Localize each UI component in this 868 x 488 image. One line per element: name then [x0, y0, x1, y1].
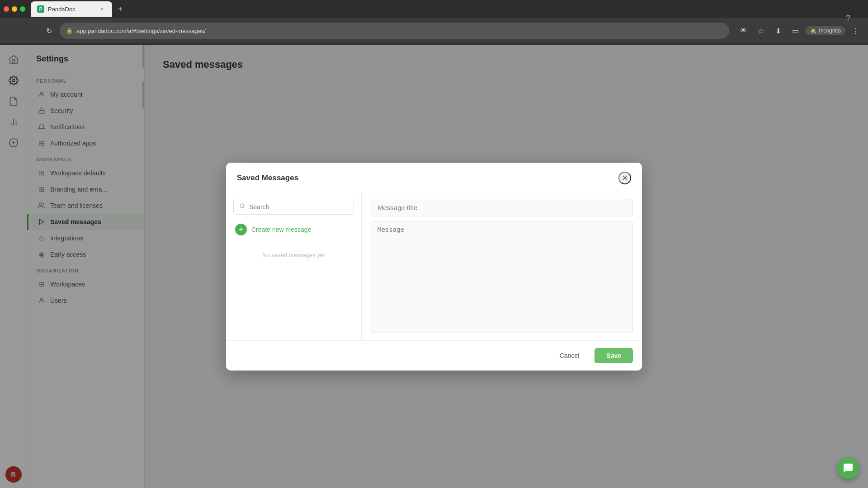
forward-btn[interactable]: →: [24, 23, 38, 38]
dialog-left-panel: + Create new message No saved messages y…: [226, 192, 362, 340]
svg-point-12: [240, 204, 244, 207]
nav-actions: 👁 ☆ ⬇ ▭ 🕵 Incognito ⋮: [736, 23, 863, 38]
browser-tabs: P PandaDoc × +: [0, 0, 868, 18]
svg-line-13: [244, 207, 245, 209]
window-maximize-btn[interactable]: [12, 6, 17, 12]
browser-nav: ← → ↻ 🔒 app.pandadoc.com/a/#/settings/sa…: [0, 18, 868, 43]
create-message-label: Create new message: [251, 226, 311, 233]
message-title-input[interactable]: [371, 199, 633, 216]
saved-messages-dialog: Saved Messages ✕ + Create new message No…: [226, 163, 642, 371]
tab-favicon: P: [37, 5, 44, 13]
chat-widget-btn[interactable]: [837, 457, 859, 479]
dialog-body: + Create new message No saved messages y…: [226, 192, 642, 340]
no-messages-text: No saved messages yet: [233, 244, 354, 266]
incognito-badge: 🕵 Incognito: [805, 26, 845, 35]
help-btn[interactable]: ?: [842, 12, 854, 24]
address-text: app.pandadoc.com/a/#/settings/saved-mess…: [76, 28, 206, 34]
dialog-title: Saved Messages: [237, 174, 298, 183]
refresh-btn[interactable]: ↻: [42, 23, 56, 38]
cancel-button[interactable]: Cancel: [550, 348, 590, 363]
search-icon: [239, 203, 245, 211]
tab-title: PandaDoc: [48, 6, 75, 13]
lock-icon: 🔒: [66, 28, 73, 34]
dialog-right-panel: [362, 192, 642, 340]
create-new-message-btn[interactable]: + Create new message: [233, 220, 354, 239]
search-box: [233, 199, 354, 215]
incognito-icon: 🕵: [810, 28, 816, 34]
download-icon[interactable]: ⬇: [771, 23, 785, 38]
search-input[interactable]: [249, 203, 348, 211]
create-message-plus-icon: +: [235, 224, 247, 235]
message-body-input[interactable]: [371, 221, 633, 333]
star-icon[interactable]: ☆: [754, 23, 768, 38]
more-options-btn[interactable]: ⋮: [848, 23, 863, 38]
window-minimize-btn[interactable]: [4, 6, 9, 12]
window-close-btn[interactable]: [20, 6, 25, 12]
address-bar[interactable]: 🔒 app.pandadoc.com/a/#/settings/saved-me…: [60, 23, 729, 39]
dialog-header: Saved Messages ✕: [226, 163, 642, 192]
back-btn[interactable]: ←: [5, 23, 20, 38]
eye-slash-icon[interactable]: 👁: [736, 23, 751, 38]
active-tab[interactable]: P PandaDoc ×: [31, 1, 112, 17]
tab-close-btn[interactable]: ×: [99, 5, 106, 13]
dialog-close-btn[interactable]: ✕: [618, 172, 631, 184]
save-button[interactable]: Save: [594, 348, 633, 363]
incognito-label: Incognito: [819, 28, 841, 34]
dialog-footer: Cancel Save: [226, 340, 642, 371]
browser-chrome: P PandaDoc × + ← → ↻ 🔒 app.pandadoc.com/…: [0, 0, 868, 45]
new-tab-btn[interactable]: +: [114, 3, 127, 15]
sidebar-icon[interactable]: ▭: [788, 23, 802, 38]
modal-overlay[interactable]: Saved Messages ✕ + Create new message No…: [0, 45, 868, 488]
